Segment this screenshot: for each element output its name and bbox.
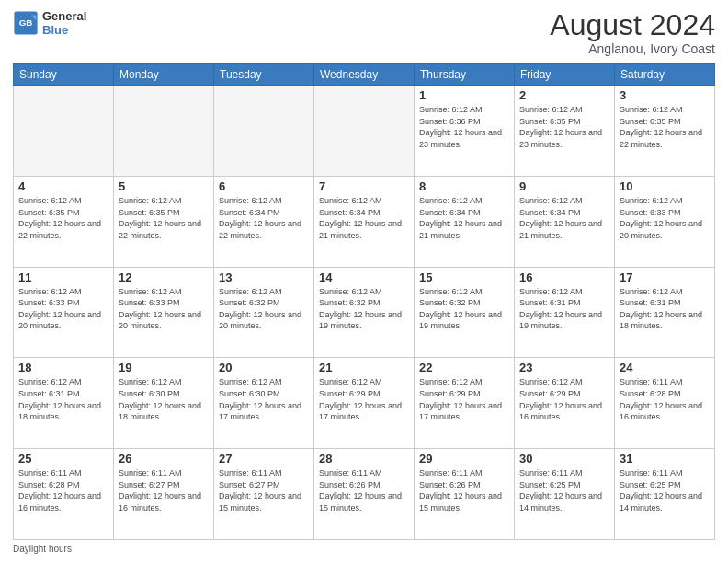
header-monday: Monday [114,64,214,86]
day-info: Sunrise: 6:11 AM Sunset: 6:26 PM Dayligh… [419,467,509,513]
calendar-cell: 20Sunrise: 6:12 AM Sunset: 6:30 PM Dayli… [214,358,314,449]
day-info: Sunrise: 6:12 AM Sunset: 6:32 PM Dayligh… [319,286,409,332]
svg-text:GB: GB [19,17,33,28]
day-number: 7 [319,179,409,193]
calendar-cell: 27Sunrise: 6:11 AM Sunset: 6:27 PM Dayli… [214,449,314,540]
day-number: 1 [419,88,509,102]
calendar-week-1: 4Sunrise: 6:12 AM Sunset: 6:35 PM Daylig… [14,176,715,267]
day-info: Sunrise: 6:12 AM Sunset: 6:31 PM Dayligh… [18,376,108,422]
day-number: 18 [18,361,108,374]
day-info: Sunrise: 6:12 AM Sunset: 6:31 PM Dayligh… [519,286,609,332]
calendar-header-row: Sunday Monday Tuesday Wednesday Thursday… [14,64,715,86]
calendar-cell: 21Sunrise: 6:12 AM Sunset: 6:29 PM Dayli… [314,358,415,449]
day-number: 6 [219,179,309,193]
day-number: 19 [119,361,209,374]
day-info: Sunrise: 6:12 AM Sunset: 6:33 PM Dayligh… [18,286,108,332]
day-number: 26 [119,452,209,465]
day-number: 4 [18,179,108,193]
calendar-cell: 11Sunrise: 6:12 AM Sunset: 6:33 PM Dayli… [14,267,114,358]
calendar-cell [214,86,314,177]
day-info: Sunrise: 6:12 AM Sunset: 6:31 PM Dayligh… [620,286,710,332]
day-number: 28 [319,452,409,465]
day-info: Sunrise: 6:12 AM Sunset: 6:35 PM Dayligh… [620,104,710,150]
day-number: 13 [219,270,309,284]
day-info: Sunrise: 6:12 AM Sunset: 6:33 PM Dayligh… [620,195,710,241]
calendar-cell: 31Sunrise: 6:11 AM Sunset: 6:25 PM Dayli… [615,449,715,540]
header-thursday: Thursday [415,64,515,86]
day-number: 24 [620,361,710,374]
calendar-cell: 12Sunrise: 6:12 AM Sunset: 6:33 PM Dayli… [114,267,214,358]
calendar-table: Sunday Monday Tuesday Wednesday Thursday… [13,63,715,540]
day-info: Sunrise: 6:12 AM Sunset: 6:29 PM Dayligh… [419,376,509,422]
calendar-cell: 18Sunrise: 6:12 AM Sunset: 6:31 PM Dayli… [14,358,114,449]
day-number: 29 [419,452,509,465]
calendar-cell: 5Sunrise: 6:12 AM Sunset: 6:35 PM Daylig… [114,176,214,267]
calendar-cell: 28Sunrise: 6:11 AM Sunset: 6:26 PM Dayli… [314,449,415,540]
header-friday: Friday [515,64,615,86]
calendar-subtitle: Anglanou, Ivory Coast [550,41,715,56]
day-number: 27 [219,452,309,465]
calendar-cell: 25Sunrise: 6:11 AM Sunset: 6:28 PM Dayli… [14,449,114,540]
header: GB General Blue August 2024 Anglanou, Iv… [13,9,715,56]
page: GB General Blue August 2024 Anglanou, Iv… [0,0,728,563]
calendar-cell: 2Sunrise: 6:12 AM Sunset: 6:35 PM Daylig… [515,86,615,177]
calendar-cell: 4Sunrise: 6:12 AM Sunset: 6:35 PM Daylig… [14,176,114,267]
calendar-cell: 8Sunrise: 6:12 AM Sunset: 6:34 PM Daylig… [415,176,515,267]
day-number: 8 [419,179,509,193]
day-number: 22 [419,361,509,374]
calendar-cell: 23Sunrise: 6:12 AM Sunset: 6:29 PM Dayli… [515,358,615,449]
day-number: 30 [519,452,609,465]
day-info: Sunrise: 6:11 AM Sunset: 6:28 PM Dayligh… [18,467,108,513]
calendar-cell: 1Sunrise: 6:12 AM Sunset: 6:36 PM Daylig… [415,86,515,177]
day-number: 12 [119,270,209,284]
calendar-cell: 15Sunrise: 6:12 AM Sunset: 6:32 PM Dayli… [415,267,515,358]
day-info: Sunrise: 6:11 AM Sunset: 6:28 PM Dayligh… [620,376,710,422]
day-info: Sunrise: 6:12 AM Sunset: 6:29 PM Dayligh… [519,376,609,422]
header-tuesday: Tuesday [214,64,314,86]
calendar-cell: 10Sunrise: 6:12 AM Sunset: 6:33 PM Dayli… [615,176,715,267]
day-info: Sunrise: 6:11 AM Sunset: 6:26 PM Dayligh… [319,467,409,513]
day-info: Sunrise: 6:12 AM Sunset: 6:30 PM Dayligh… [119,376,209,422]
header-saturday: Saturday [615,64,715,86]
day-number: 31 [620,452,710,465]
day-info: Sunrise: 6:11 AM Sunset: 6:27 PM Dayligh… [219,467,309,513]
calendar-cell: 9Sunrise: 6:12 AM Sunset: 6:34 PM Daylig… [515,176,615,267]
day-number: 14 [319,270,409,284]
calendar-cell: 19Sunrise: 6:12 AM Sunset: 6:30 PM Dayli… [114,358,214,449]
day-number: 17 [620,270,710,284]
calendar-cell: 13Sunrise: 6:12 AM Sunset: 6:32 PM Dayli… [214,267,314,358]
day-number: 3 [620,88,710,102]
calendar-cell: 24Sunrise: 6:11 AM Sunset: 6:28 PM Dayli… [615,358,715,449]
day-number: 9 [519,179,609,193]
day-info: Sunrise: 6:12 AM Sunset: 6:32 PM Dayligh… [419,286,509,332]
day-info: Sunrise: 6:12 AM Sunset: 6:30 PM Dayligh… [219,376,309,422]
day-info: Sunrise: 6:12 AM Sunset: 6:33 PM Dayligh… [119,286,209,332]
day-info: Sunrise: 6:12 AM Sunset: 6:34 PM Dayligh… [519,195,609,241]
calendar-cell: 17Sunrise: 6:12 AM Sunset: 6:31 PM Dayli… [615,267,715,358]
day-info: Sunrise: 6:12 AM Sunset: 6:29 PM Dayligh… [319,376,409,422]
calendar-week-0: 1Sunrise: 6:12 AM Sunset: 6:36 PM Daylig… [14,86,715,177]
title-block: August 2024 Anglanou, Ivory Coast [550,9,715,56]
day-info: Sunrise: 6:12 AM Sunset: 6:34 PM Dayligh… [419,195,509,241]
day-number: 23 [519,361,609,374]
day-number: 11 [18,270,108,284]
day-number: 5 [119,179,209,193]
day-number: 15 [419,270,509,284]
calendar-week-3: 18Sunrise: 6:12 AM Sunset: 6:31 PM Dayli… [14,358,715,449]
calendar-cell: 30Sunrise: 6:11 AM Sunset: 6:25 PM Dayli… [515,449,615,540]
day-number: 25 [18,452,108,465]
day-info: Sunrise: 6:12 AM Sunset: 6:34 PM Dayligh… [219,195,309,241]
day-info: Sunrise: 6:12 AM Sunset: 6:34 PM Dayligh… [319,195,409,241]
day-number: 20 [219,361,309,374]
day-number: 21 [319,361,409,374]
day-info: Sunrise: 6:11 AM Sunset: 6:25 PM Dayligh… [620,467,710,513]
calendar-cell [314,86,415,177]
calendar-cell: 16Sunrise: 6:12 AM Sunset: 6:31 PM Dayli… [515,267,615,358]
calendar-week-2: 11Sunrise: 6:12 AM Sunset: 6:33 PM Dayli… [14,267,715,358]
day-number: 2 [519,88,609,102]
day-number: 16 [519,270,609,284]
calendar-cell: 26Sunrise: 6:11 AM Sunset: 6:27 PM Dayli… [114,449,214,540]
header-wednesday: Wednesday [314,64,415,86]
calendar-cell: 29Sunrise: 6:11 AM Sunset: 6:26 PM Dayli… [415,449,515,540]
logo-text: General Blue [42,9,86,37]
